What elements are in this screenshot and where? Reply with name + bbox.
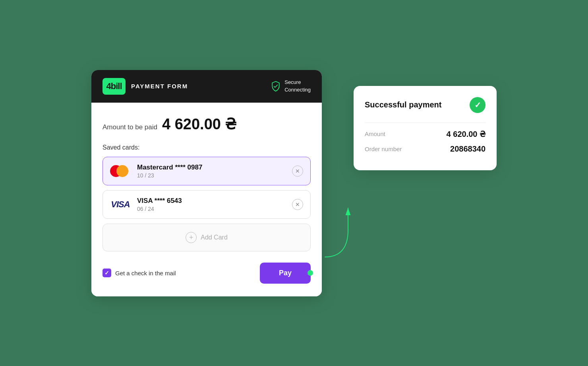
success-amount-label: Amount <box>365 130 385 137</box>
success-amount-value: 4 620.00 ₴ <box>447 129 485 139</box>
card-left: Mastercard **** 0987 10 / 23 <box>110 164 202 179</box>
amount-row: Amount to be paid 4 620.00 ₴ <box>103 115 311 133</box>
card-expiry: 10 / 23 <box>137 172 202 179</box>
visa-logo: VISA <box>110 197 131 212</box>
success-header: Successful payment ✓ <box>365 97 485 113</box>
checkbox-label: Get a check in the mail <box>115 270 176 276</box>
card-name: Mastercard **** 0987 <box>137 164 202 171</box>
card-info-visa: VISA **** 6543 06 / 24 <box>137 197 182 212</box>
secure-text: Secure Connecting <box>284 79 311 93</box>
success-checkmark-icon: ✓ <box>474 100 481 110</box>
success-check-circle: ✓ <box>470 97 485 113</box>
remove-visa-button[interactable]: ✕ <box>292 199 303 210</box>
success-title: Successful payment <box>365 100 441 109</box>
pay-button[interactable]: Pay <box>260 263 311 284</box>
card-name-visa: VISA **** 6543 <box>137 197 182 205</box>
logo: 4bill <box>103 78 126 95</box>
card-item-visa[interactable]: VISA VISA **** 6543 06 / 24 ✕ <box>103 190 311 219</box>
success-order-label: Order number <box>365 146 402 152</box>
checkbox-row[interactable]: ✓ Get a check in the mail <box>103 269 176 277</box>
mastercard-logo <box>110 164 131 178</box>
payment-form-card: 4bill PAYMENT FORM Secure Connecting Amo… <box>91 70 322 296</box>
amount-value: 4 620.00 ₴ <box>162 115 236 133</box>
form-body: Amount to be paid 4 620.00 ₴ Saved cards… <box>91 103 322 296</box>
remove-mastercard-button[interactable]: ✕ <box>292 165 303 177</box>
header-left: 4bill PAYMENT FORM <box>103 78 188 95</box>
success-order-row: Order number 20868340 <box>365 144 485 154</box>
form-header: 4bill PAYMENT FORM Secure Connecting <box>91 70 322 103</box>
form-title: PAYMENT FORM <box>131 83 188 90</box>
card-item-mastercard[interactable]: Mastercard **** 0987 10 / 23 ✕ <box>103 157 311 185</box>
success-amount-row: Amount 4 620.00 ₴ <box>365 129 485 139</box>
success-card: Successful payment ✓ Amount 4 620.00 ₴ O… <box>354 86 497 170</box>
secure-badge: Secure Connecting <box>270 79 311 93</box>
add-card-button[interactable]: + Add Card <box>103 224 311 251</box>
card-left-visa: VISA VISA **** 6543 06 / 24 <box>110 197 182 212</box>
form-footer: ✓ Get a check in the mail Pay <box>103 263 311 284</box>
mc-circle-right <box>116 165 128 177</box>
checkbox-check: ✓ <box>104 270 109 276</box>
amount-label: Amount to be paid <box>103 123 157 131</box>
add-card-label: Add Card <box>201 234 228 241</box>
success-divider <box>365 123 485 123</box>
shield-icon <box>270 81 281 92</box>
saved-cards-label: Saved cards: <box>103 144 311 151</box>
success-order-value: 20868340 <box>450 144 485 154</box>
card-expiry-visa: 06 / 24 <box>137 206 182 212</box>
checkbox[interactable]: ✓ <box>103 269 111 277</box>
add-icon: + <box>186 232 197 243</box>
card-info-mastercard: Mastercard **** 0987 10 / 23 <box>137 164 202 179</box>
